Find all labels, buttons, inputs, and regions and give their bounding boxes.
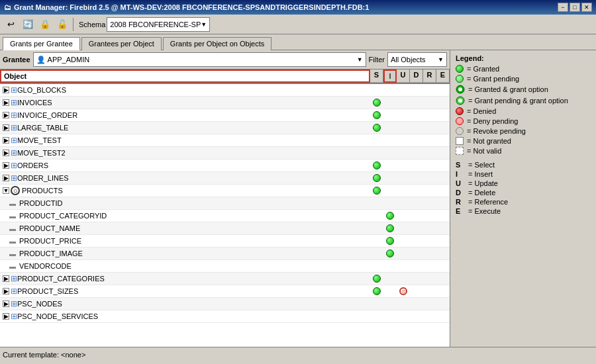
cell-s[interactable] [370,147,383,159]
tab-grantees-per-object[interactable]: Grantees per Object [81,37,162,50]
cell-s[interactable] [370,298,383,310]
cell-r[interactable] [423,273,436,285]
cell-e[interactable] [436,285,450,297]
cell-r[interactable] [423,109,436,121]
cell-i[interactable] [383,97,397,109]
cell-u[interactable] [397,172,410,184]
cell-e[interactable] [436,122,450,134]
row-expander[interactable]: ▶ [3,288,9,295]
cell-s[interactable] [370,122,383,134]
cell-r[interactable] [423,260,436,272]
minimize-button[interactable]: − [558,3,568,12]
cell-u[interactable] [397,147,410,159]
table-row[interactable]: ▬ PRODUCT_CATEGORYID [0,210,450,222]
cell-e[interactable] [436,159,450,171]
cell-e[interactable] [436,185,450,197]
cell-d[interactable] [410,159,423,171]
table-row[interactable]: ▬ VENDORCODE [0,260,450,273]
cell-d[interactable] [410,97,423,109]
table-row[interactable]: ▶ ⊞ ORDERS [0,159,450,172]
maximize-button[interactable]: □ [570,3,580,12]
cell-e[interactable] [436,310,450,322]
schema-combo[interactable]: 2008 FBCONFERENCE-SP ▼ [107,17,210,32]
cell-u[interactable] [397,109,410,121]
cell-e[interactable] [436,298,450,310]
row-expander[interactable]: ▶ [3,112,9,118]
row-expander[interactable]: ▶ [3,162,9,169]
cell-r[interactable] [423,222,436,234]
table-row[interactable]: ▬ PRODUCT_IMAGE [0,248,450,260]
cell-u[interactable] [397,222,410,234]
cell-e[interactable] [436,260,450,272]
cell-r[interactable] [423,235,436,247]
cell-e[interactable] [436,172,450,184]
cell-r[interactable] [423,298,436,310]
cell-s[interactable] [370,109,383,121]
table-row[interactable]: ▶ ⊞ GLO_BLOCKS [0,84,450,97]
cell-u[interactable] [397,273,410,285]
cell-e[interactable] [436,109,450,121]
cell-r[interactable] [423,185,436,197]
cell-e[interactable] [436,273,450,285]
cell-s[interactable] [370,260,383,272]
cell-i[interactable] [383,248,397,259]
row-expander[interactable]: ▼ [3,187,9,194]
cell-i[interactable] [383,298,397,310]
cell-i[interactable] [383,310,397,322]
cell-r[interactable] [423,159,436,171]
cell-i[interactable] [383,273,397,285]
cell-e[interactable] [436,84,450,96]
cell-e[interactable] [436,197,450,209]
cell-s[interactable] [370,185,383,197]
table-row[interactable]: ▶ ⊞ ORDER_LINES [0,172,450,185]
cell-s[interactable] [370,273,383,285]
cell-u[interactable] [397,185,410,197]
cell-r[interactable] [423,197,436,209]
cell-d[interactable] [410,235,423,247]
cell-e[interactable] [436,235,450,247]
refresh-button[interactable]: 🔄 [20,17,36,32]
filter-combo[interactable]: All Objects ▼ [387,52,447,67]
cell-r[interactable] [423,285,436,297]
cell-e[interactable] [436,134,450,146]
cell-i[interactable] [383,109,397,121]
cell-r[interactable] [423,147,436,159]
cell-d[interactable] [410,285,423,297]
cell-s[interactable] [370,84,383,96]
cell-u[interactable] [397,310,410,322]
table-row[interactable]: ▶ ⊞ LARGE_TABLE [0,122,450,134]
cell-d[interactable] [410,298,423,310]
cell-u[interactable] [397,97,410,109]
cell-e[interactable] [436,222,450,234]
cell-u[interactable] [397,122,410,134]
close-button[interactable]: ✕ [581,3,592,12]
cell-d[interactable] [410,122,423,134]
cell-i[interactable] [383,185,397,197]
table-row[interactable]: ▬ PRODUCTID [0,197,450,210]
table-row[interactable]: ▬ PRODUCT_NAME [0,222,450,235]
cell-s[interactable] [370,310,383,322]
cell-s[interactable] [370,197,383,209]
cell-u[interactable] [397,260,410,272]
cell-r[interactable] [423,310,436,322]
table-row[interactable]: ▶ ⊞ PSC_NODES [0,298,450,310]
row-expander[interactable]: ▶ [3,313,9,320]
cell-u[interactable] [397,235,410,247]
table-row[interactable]: ▶ ⊞ PSC_NODE_SERVICES [0,310,450,323]
row-expander[interactable]: ▶ [3,175,9,181]
cell-e[interactable] [436,248,450,259]
table-row[interactable]: ▬ PRODUCT_PRICE [0,235,450,248]
cell-e[interactable] [436,210,450,222]
cell-r[interactable] [423,84,436,96]
cell-u[interactable] [397,134,410,146]
row-expander[interactable]: ▶ [3,99,9,106]
cell-d[interactable] [410,273,423,285]
cell-u[interactable] [397,248,410,259]
cell-e[interactable] [436,97,450,109]
cell-u[interactable] [397,298,410,310]
cell-d[interactable] [410,310,423,322]
cell-u[interactable] [397,197,410,209]
tab-grants-per-grantee[interactable]: Grants per Grantee [3,37,80,50]
cell-i[interactable] [383,210,397,222]
table-row[interactable]: ▶ ⊞ INVOICE_ORDER [0,109,450,122]
